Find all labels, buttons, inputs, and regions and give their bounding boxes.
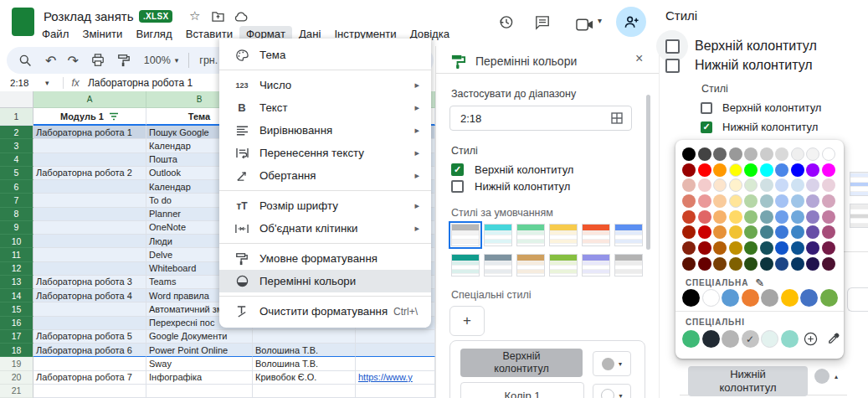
palette-color-5-8[interactable] — [806, 225, 819, 239]
cell-A14[interactable]: Лабораторна робота 4 — [33, 289, 146, 302]
special-color-6[interactable] — [781, 330, 799, 348]
palette-color-2-1[interactable] — [698, 178, 711, 192]
palette-color-1-1[interactable] — [698, 163, 711, 177]
palette-color-5-5[interactable] — [760, 225, 773, 239]
palette-color-0-3[interactable] — [729, 147, 742, 161]
cell-B20[interactable]: Інфографіка — [146, 371, 253, 385]
palette-color-5-0[interactable] — [682, 225, 696, 239]
palette-color-0-1[interactable] — [698, 147, 711, 161]
custom-color-2[interactable] — [702, 289, 720, 307]
move-to-folder-icon[interactable] — [212, 11, 224, 22]
palette-color-7-2[interactable] — [713, 257, 727, 271]
row-header-1[interactable]: 1 — [0, 108, 33, 126]
share-button[interactable] — [616, 7, 646, 37]
palette-color-4-3[interactable] — [729, 210, 742, 224]
palette-color-4-6[interactable] — [775, 210, 788, 224]
palette-color-0-8[interactable] — [806, 147, 819, 161]
palette-color-5-4[interactable] — [744, 225, 758, 239]
default-style-swatch-12[interactable] — [614, 254, 643, 277]
cell-A7[interactable] — [33, 194, 146, 207]
paint-format-icon[interactable] — [117, 50, 131, 70]
palette-color-5-1[interactable] — [698, 225, 711, 239]
cell-A17[interactable]: Лабораторна робота 5 — [33, 330, 146, 344]
palette-color-7-4[interactable] — [744, 257, 758, 271]
row-header-17[interactable]: 17 — [0, 330, 33, 344]
redo-icon[interactable]: ↷ — [67, 50, 78, 70]
filter-icon[interactable] — [109, 112, 119, 121]
palette-color-6-0[interactable] — [682, 241, 696, 255]
row-header-7[interactable]: 7 — [0, 194, 33, 207]
palette-color-0-2[interactable] — [713, 147, 727, 161]
palette-color-1-3[interactable] — [729, 163, 742, 177]
palette-color-3-9[interactable] — [822, 194, 835, 208]
custom-header-color-dropdown[interactable]: ▾ — [593, 351, 631, 376]
palette-color-7-8[interactable] — [806, 257, 819, 271]
cell-A8[interactable] — [33, 208, 146, 221]
cell-A11[interactable] — [33, 248, 146, 261]
cell-D19[interactable] — [356, 357, 435, 370]
row-header-12[interactable]: 12 — [0, 262, 33, 276]
cell-C17[interactable] — [253, 330, 356, 344]
cell-D17[interactable] — [356, 330, 435, 344]
palette-color-0-6[interactable] — [775, 147, 788, 161]
row-header-15[interactable]: 15 — [0, 302, 33, 316]
format-menu-item-2[interactable]: 123Число▸ — [219, 74, 431, 96]
menubar-item-3[interactable]: Вигляд — [129, 26, 178, 42]
default-style-swatch-11[interactable] — [582, 254, 610, 277]
palette-color-7-1[interactable] — [698, 257, 711, 271]
cell-A6[interactable] — [33, 180, 146, 194]
cell-A3[interactable] — [33, 139, 146, 152]
cell-B21[interactable] — [146, 385, 253, 398]
cell-B18[interactable]: Power Point Online — [146, 344, 253, 357]
range-input[interactable]: 2:18 — [449, 106, 632, 131]
palette-color-2-2[interactable] — [713, 178, 727, 192]
palette-color-1-6[interactable] — [775, 163, 788, 177]
format-menu-item-4[interactable]: Вирівнювання▸ — [219, 119, 431, 142]
palette-color-2-8[interactable] — [806, 178, 819, 192]
zoom-footer-button[interactable]: Нижній колонтитул — [688, 366, 808, 396]
special-color-4[interactable]: ✓ — [742, 330, 759, 348]
zoom-header-checkbox[interactable] — [665, 39, 680, 54]
column-header-A[interactable]: A — [33, 91, 146, 108]
row-header-14[interactable]: 14 — [0, 289, 33, 302]
palette-color-6-2[interactable] — [713, 241, 727, 255]
palette-color-3-0[interactable] — [682, 194, 696, 208]
row-header-10[interactable]: 10 — [0, 235, 33, 248]
palette-color-3-5[interactable] — [760, 194, 773, 208]
palette-color-6-9[interactable] — [822, 241, 835, 255]
palette-color-7-5[interactable] — [760, 257, 773, 271]
palette-color-0-0[interactable] — [682, 147, 696, 161]
format-menu-item-11[interactable]: Умовне форматування — [219, 247, 431, 270]
select-range-icon[interactable] — [611, 112, 623, 124]
inner-header-checkbox[interactable] — [701, 102, 712, 114]
inner-footer-checkbox[interactable]: ✓ — [701, 121, 712, 133]
peek-swatch-2[interactable] — [850, 204, 868, 228]
row-header-2[interactable]: 2 — [0, 126, 33, 139]
default-style-swatch-9[interactable] — [516, 254, 545, 277]
close-icon[interactable]: × — [635, 51, 643, 66]
default-style-swatch-3[interactable] — [516, 224, 545, 246]
default-style-swatch-10[interactable] — [549, 254, 578, 277]
cell-A4[interactable] — [33, 153, 146, 167]
row-header-8[interactable]: 8 — [0, 208, 33, 221]
special-color-2[interactable] — [702, 330, 720, 348]
palette-color-3-3[interactable] — [729, 194, 742, 208]
custom-color-1[interactable] — [682, 289, 700, 307]
cell-C20[interactable]: Кривобок Є.О. — [253, 371, 356, 385]
formula-input[interactable]: Лабораторна робота 1 — [88, 77, 193, 89]
cell-D21[interactable] — [356, 385, 435, 398]
palette-color-2-7[interactable] — [791, 178, 804, 192]
format-menu-item-14[interactable]: Очистити форматуванняCtrl+\ — [219, 300, 431, 323]
palette-color-6-5[interactable] — [760, 241, 773, 255]
cell-C19[interactable]: Волошина Т.В. — [253, 357, 356, 370]
palette-color-0-9[interactable] — [822, 147, 835, 161]
row-header-3[interactable]: 3 — [0, 139, 33, 152]
name-box[interactable]: 2:18 — [10, 78, 45, 88]
cell-D20[interactable]: https://www.y — [356, 371, 435, 385]
cloud-status-icon[interactable] — [234, 12, 248, 22]
menubar-item-2[interactable]: Змінити — [75, 26, 129, 42]
row-header-5[interactable]: 5 — [0, 167, 33, 180]
meet-camera-icon[interactable] — [576, 14, 593, 34]
cell-A13[interactable]: Лабораторна робота 3 — [33, 276, 146, 289]
format-menu-item-0[interactable]: Тема — [219, 44, 431, 66]
